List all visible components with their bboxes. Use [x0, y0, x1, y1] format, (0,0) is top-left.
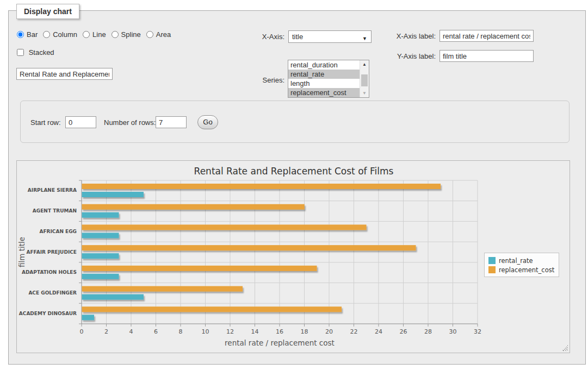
series-multiselect[interactable]: rental_durationrental_ratelengthreplacem…	[288, 60, 369, 98]
bar-replacement_cost[interactable]	[82, 184, 441, 189]
series-options: rental_durationrental_ratelengthreplacem…	[288, 60, 369, 97]
x-axis-tick-label: 0	[80, 328, 84, 335]
chart-type-radio-label: Spline	[121, 30, 141, 39]
chart-type-radio-line[interactable]	[83, 31, 90, 38]
bar-rental_rate[interactable]	[82, 233, 119, 238]
legend-item-rental_rate[interactable]: rental_rate	[488, 256, 554, 265]
number-of-rows-label: Number of rows:	[104, 118, 156, 127]
chart-type-radio-spline[interactable]	[112, 31, 119, 38]
page: Display chart BarColumnLineSplineArea St…	[0, 0, 588, 370]
x-axis-tick-label: 6	[154, 328, 158, 335]
chart-title: Rental Rate and Replacement Cost of Film…	[194, 166, 394, 177]
legend-swatch-icon	[488, 266, 496, 273]
x-axis-tick-label: 14	[251, 328, 259, 335]
series-list-label: Series:	[247, 76, 284, 84]
bar-rental_rate[interactable]	[82, 274, 119, 279]
category-label: AGENT TRUMAN	[33, 208, 77, 214]
x-axis-tick-label: 32	[474, 328, 481, 335]
x-axis-label-input[interactable]	[440, 30, 534, 42]
chart-type-radio-label: Area	[156, 30, 171, 39]
x-axis-tick-label: 24	[375, 328, 382, 335]
category-label: AFFAIR PREJUDICE	[26, 249, 77, 255]
select-dropdown-arrow-icon: ▼	[362, 33, 367, 45]
category-label: ACADEMY DINOSAUR	[19, 311, 77, 316]
x-axis-tick-label: 26	[400, 328, 407, 335]
x-axis-tick-label: 8	[179, 328, 183, 335]
bar-rental_rate[interactable]	[82, 192, 144, 197]
legend-item-replacement_cost[interactable]: replacement_cost	[488, 265, 554, 274]
x-axis-tick-label: 28	[424, 328, 432, 335]
legend-label: rental_rate	[499, 257, 533, 265]
stacked-row: Stacked	[17, 47, 54, 57]
bar-replacement_cost[interactable]	[82, 204, 305, 210]
y-axis-label-caption: Y-Axis label:	[388, 52, 436, 60]
chart-type-option-column: Column	[43, 30, 77, 39]
chart-type-option-bar: Bar	[17, 30, 38, 39]
x-axis-select-label: X-Axis:	[247, 33, 284, 41]
row-range-form: Start row: Number of rows: Go	[20, 101, 570, 143]
x-axis-tick-label: 2	[104, 328, 108, 335]
x-axis-title: rental rate / replacement cost	[225, 338, 335, 347]
series-option-rental_rate[interactable]: rental_rate	[288, 70, 360, 79]
scrollbar-thumb[interactable]	[361, 74, 368, 86]
chart-type-radio-area[interactable]	[146, 31, 153, 38]
chart-title-input[interactable]	[16, 68, 113, 80]
chart-type-option-spline: Spline	[112, 30, 141, 39]
category-label: ADAPTATION HOLES	[22, 269, 77, 275]
bar-replacement_cost[interactable]	[82, 306, 342, 312]
x-axis-tick-label: 22	[350, 328, 358, 335]
series-option-length[interactable]: length	[288, 79, 360, 88]
x-axis-tick-label: 4	[129, 328, 133, 335]
x-axis-selected-value: title	[292, 33, 303, 41]
start-row-label: Start row:	[30, 118, 61, 127]
x-axis-tick-label: 20	[325, 328, 333, 335]
category-label: AIRPLANE SIERRA	[28, 187, 77, 193]
x-axis-tick-label: 16	[276, 328, 283, 335]
bar-replacement_cost[interactable]	[82, 286, 243, 292]
series-option-replacement_cost[interactable]: replacement_cost	[288, 88, 360, 97]
series-list-scrollbar[interactable]: ▲ ▼	[360, 60, 369, 97]
chart-type-option-area: Area	[146, 30, 171, 39]
chart-type-option-line: Line	[83, 30, 106, 39]
bar-replacement_cost[interactable]	[82, 224, 367, 230]
chart-type-radio-label: Bar	[27, 30, 38, 39]
bar-rental_rate[interactable]	[82, 294, 144, 300]
series-option-rental_duration[interactable]: rental_duration	[288, 60, 360, 70]
chart-type-radio-group: BarColumnLineSplineArea	[17, 29, 176, 39]
go-button[interactable]: Go	[197, 115, 218, 129]
panel-legend-title: Display chart	[16, 4, 79, 19]
chart-type-radio-label: Column	[53, 30, 77, 39]
chart-type-radio-column[interactable]	[43, 31, 50, 38]
x-axis-tick-label: 18	[301, 328, 308, 335]
y-axis-title: film title	[17, 237, 26, 267]
chart-container: 02468101214161820222426283032AIRPLANE SI…	[16, 160, 570, 353]
x-axis-label-caption: X-Axis label:	[388, 32, 436, 40]
category-label: ACE GOLDFINGER	[28, 290, 77, 296]
stacked-checkbox[interactable]	[17, 49, 24, 56]
x-axis-select[interactable]: title ▼	[288, 30, 372, 43]
bar-rental_rate[interactable]	[82, 212, 119, 218]
scroll-down-icon[interactable]: ▼	[360, 89, 369, 97]
x-axis-tick-label: 10	[202, 328, 209, 335]
bar-replacement_cost[interactable]	[82, 245, 416, 250]
bar-replacement_cost[interactable]	[82, 266, 317, 271]
x-axis-tick-label: 30	[449, 328, 457, 335]
y-axis-label-input[interactable]	[440, 50, 534, 62]
bar-rental_rate[interactable]	[82, 253, 119, 259]
legend-label: replacement_cost	[499, 266, 554, 274]
number-of-rows-input[interactable]	[156, 116, 187, 128]
scroll-up-icon[interactable]: ▲	[360, 60, 369, 68]
chart-type-radio-bar[interactable]	[17, 31, 24, 38]
category-label: AFRICAN EGG	[39, 229, 77, 234]
chart-type-radio-label: Line	[92, 30, 106, 39]
start-row-input[interactable]	[65, 116, 96, 128]
stacked-label: Stacked	[17, 48, 54, 57]
bar-rental_rate[interactable]	[82, 315, 95, 320]
x-axis-tick-label: 12	[226, 328, 234, 335]
legend-swatch-icon	[488, 257, 496, 264]
chart-legend: rental_ratereplacement_cost	[484, 253, 559, 277]
